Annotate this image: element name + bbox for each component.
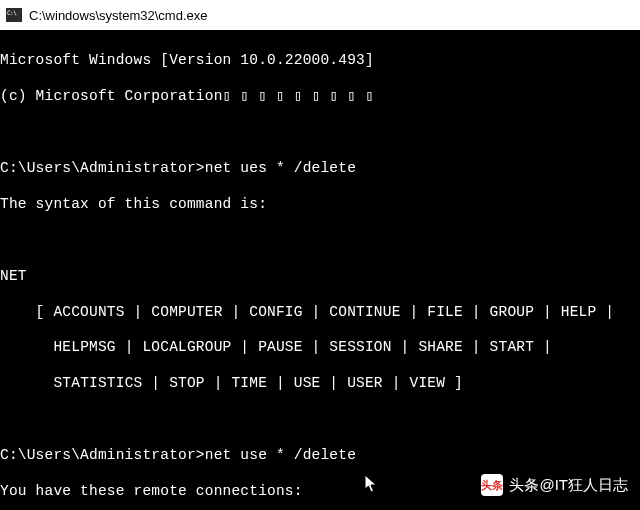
net-header: NET (0, 268, 640, 286)
window-title: C:\windows\system32\cmd.exe (29, 8, 207, 23)
blank (0, 411, 640, 429)
blank (0, 124, 640, 142)
blank (0, 232, 640, 250)
terminal-output[interactable]: Microsoft Windows [Version 10.0.22000.49… (0, 30, 640, 510)
copyright-line: (c) Microsoft Corporation▯ ▯ ▯ ▯ ▯ ▯ ▯ ▯… (0, 88, 640, 106)
prompt-line-2: C:\Users\Administrator>net use * /delete (0, 447, 640, 465)
net-options-3: STATISTICS | STOP | TIME | USE | USER | … (0, 375, 640, 393)
app-icon (6, 8, 22, 22)
net-options-2: HELPMSG | LOCALGROUP | PAUSE | SESSION |… (0, 339, 640, 357)
prompt-line-1: C:\Users\Administrator>net ues * /delete (0, 160, 640, 178)
version-line: Microsoft Windows [Version 10.0.22000.49… (0, 52, 640, 70)
window-titlebar[interactable]: C:\windows\system32\cmd.exe (0, 0, 640, 30)
watermark-text: 头条@IT狂人日志 (509, 476, 628, 495)
watermark-logo: 头条 (481, 474, 503, 496)
syntax-error-msg: The syntax of this command is: (0, 196, 640, 214)
watermark: 头条 头条@IT狂人日志 (481, 474, 628, 496)
net-options-1: [ ACCOUNTS | COMPUTER | CONFIG | CONTINU… (0, 304, 640, 322)
